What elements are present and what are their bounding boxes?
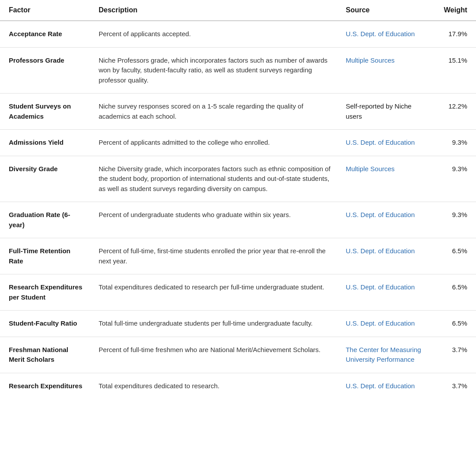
table-row: Full-Time Retention RatePercent of full-…	[0, 238, 476, 274]
cell-description: Percent of applicants admitted to the co…	[92, 130, 339, 156]
table-container: Factor Description Source Weight Accepta…	[0, 0, 476, 399]
table-row: Acceptance RatePercent of applicants acc…	[0, 21, 476, 47]
source-link[interactable]: U.S. Dept. of Education	[346, 382, 415, 390]
source-link[interactable]: U.S. Dept. of Education	[346, 211, 415, 218]
cell-description: Total expenditures dedicated to research…	[92, 274, 339, 311]
header-weight: Weight	[430, 0, 476, 21]
source-link[interactable]: Multiple Sources	[346, 56, 394, 64]
cell-source[interactable]: Multiple Sources	[338, 156, 430, 202]
source-link[interactable]: U.S. Dept. of Education	[346, 139, 415, 146]
factors-table: Factor Description Source Weight Accepta…	[0, 0, 476, 399]
cell-weight: 12.2%	[430, 94, 476, 130]
cell-factor: Acceptance Rate	[0, 21, 92, 47]
cell-description: Niche Professors grade, which incorporat…	[92, 47, 339, 94]
cell-description: Total expenditures dedicated to research…	[92, 373, 339, 399]
cell-source[interactable]: U.S. Dept. of Education	[338, 311, 430, 337]
cell-factor: Full-Time Retention Rate	[0, 238, 92, 274]
table-row: Graduation Rate (6-year)Percent of under…	[0, 202, 476, 238]
cell-description: Percent of full-time, first-time student…	[92, 238, 339, 274]
table-row: Research Expenditures per StudentTotal e…	[0, 274, 476, 311]
cell-source[interactable]: Multiple Sources	[338, 47, 430, 94]
source-link[interactable]: Multiple Sources	[346, 165, 394, 172]
cell-factor: Diversity Grade	[0, 156, 92, 202]
source-link[interactable]: U.S. Dept. of Education	[346, 283, 415, 291]
cell-weight: 9.3%	[430, 156, 476, 202]
cell-description: Percent of applicants accepted.	[92, 21, 339, 47]
cell-source[interactable]: U.S. Dept. of Education	[338, 130, 430, 156]
source-link[interactable]: U.S. Dept. of Education	[346, 247, 415, 255]
cell-description: Percent of undergraduate students who gr…	[92, 202, 339, 238]
cell-weight: 9.3%	[430, 130, 476, 156]
cell-factor: Student-Faculty Ratio	[0, 311, 92, 337]
table-row: Diversity GradeNiche Diversity grade, wh…	[0, 156, 476, 202]
cell-factor: Research Expenditures per Student	[0, 274, 92, 311]
cell-source[interactable]: U.S. Dept. of Education	[338, 373, 430, 399]
cell-factor: Freshman National Merit Scholars	[0, 337, 92, 373]
cell-factor: Admissions Yield	[0, 130, 92, 156]
cell-description: Niche Diversity grade, which incorporate…	[92, 156, 339, 202]
table-row: Professors GradeNiche Professors grade, …	[0, 47, 476, 94]
cell-description: Total full-time undergraduate students p…	[92, 311, 339, 337]
cell-weight: 6.5%	[430, 311, 476, 337]
cell-factor: Student Surveys on Academics	[0, 94, 92, 130]
source-link[interactable]: The Center for Measuring University Perf…	[346, 346, 421, 364]
cell-description: Percent of full-time freshmen who are Na…	[92, 337, 339, 373]
cell-description: Niche survey responses scored on a 1-5 s…	[92, 94, 339, 130]
header-source: Source	[338, 0, 430, 21]
cell-source: Self-reported by Niche users	[338, 94, 430, 130]
header-description: Description	[92, 0, 339, 21]
cell-source[interactable]: U.S. Dept. of Education	[338, 21, 430, 47]
table-row: Admissions YieldPercent of applicants ad…	[0, 130, 476, 156]
header-factor: Factor	[0, 0, 92, 21]
cell-factor: Graduation Rate (6-year)	[0, 202, 92, 238]
cell-weight: 9.3%	[430, 202, 476, 238]
cell-weight: 6.5%	[430, 274, 476, 311]
cell-weight: 3.7%	[430, 373, 476, 399]
cell-source[interactable]: U.S. Dept. of Education	[338, 202, 430, 238]
cell-source[interactable]: U.S. Dept. of Education	[338, 274, 430, 311]
cell-source[interactable]: U.S. Dept. of Education	[338, 238, 430, 274]
source-link[interactable]: U.S. Dept. of Education	[346, 319, 415, 327]
table-row: Freshman National Merit ScholarsPercent …	[0, 337, 476, 373]
cell-factor: Professors Grade	[0, 47, 92, 94]
cell-factor: Research Expenditures	[0, 373, 92, 399]
table-row: Student-Faculty RatioTotal full-time und…	[0, 311, 476, 337]
cell-weight: 6.5%	[430, 238, 476, 274]
table-row: Student Surveys on AcademicsNiche survey…	[0, 94, 476, 130]
source-link[interactable]: U.S. Dept. of Education	[346, 30, 415, 38]
table-row: Research ExpendituresTotal expenditures …	[0, 373, 476, 399]
cell-weight: 3.7%	[430, 337, 476, 373]
cell-source[interactable]: The Center for Measuring University Perf…	[338, 337, 430, 373]
cell-weight: 17.9%	[430, 21, 476, 47]
table-header-row: Factor Description Source Weight	[0, 0, 476, 21]
cell-weight: 15.1%	[430, 47, 476, 94]
